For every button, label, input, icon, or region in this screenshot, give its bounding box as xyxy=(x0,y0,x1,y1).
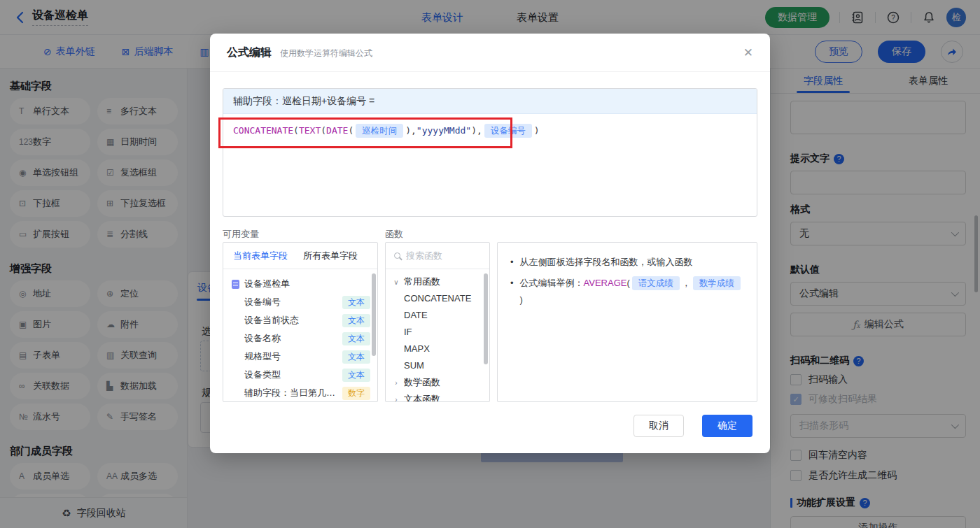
formula-token: ), xyxy=(405,125,416,136)
form-node[interactable]: 设备巡检单 xyxy=(223,275,377,293)
function-group[interactable]: ›数学函数 xyxy=(386,374,489,391)
formula-token: ， xyxy=(682,278,691,288)
tab-current-form-fields[interactable]: 当前表单字段 xyxy=(233,250,288,262)
field-type-badge: 文本 xyxy=(342,350,370,364)
function-group[interactable]: ›文本函数 xyxy=(386,391,489,402)
variable-field-row[interactable]: 设备名称文本 xyxy=(223,329,377,348)
document-icon xyxy=(232,280,239,289)
formula-token: "yyyyMMdd" xyxy=(416,125,471,136)
caret-icon: › xyxy=(393,396,400,403)
variable-field-name: 规格型号 xyxy=(244,350,338,363)
variable-field-row[interactable]: 设备编号文本 xyxy=(223,293,377,311)
variable-field-row[interactable]: 设备当前状态文本 xyxy=(223,311,377,329)
function-group-name: 常用函数 xyxy=(404,276,440,288)
variable-field-name: 设备当前状态 xyxy=(244,314,338,327)
variable-field-name: 设备类型 xyxy=(244,369,338,381)
bullet-icon: • xyxy=(510,254,514,271)
formula-token: ), xyxy=(471,125,482,136)
functions-panel: ∨常用函数CONCATENATEDATEIFMAPXSUM›数学函数›文本函数 xyxy=(385,242,490,402)
function-item[interactable]: DATE xyxy=(386,307,489,324)
hint-line: • 公式编辑举例：AVERAGE(语文成绩，数学成绩) xyxy=(510,275,744,308)
variable-field-row[interactable]: 辅助字段：当日第几次...数字 xyxy=(223,384,377,402)
field-type-badge: 文本 xyxy=(342,369,370,382)
field-type-badge: 文本 xyxy=(342,332,370,345)
confirm-button[interactable]: 确定 xyxy=(702,415,752,437)
formula-token: ( xyxy=(321,125,326,136)
form-node-label: 设备巡检单 xyxy=(244,278,290,290)
function-item[interactable]: SUM xyxy=(386,357,489,374)
formula-editor-modal: 公式编辑 使用数学运算符编辑公式 ✕ 辅助字段：巡检日期+设备编号 = CONC… xyxy=(210,34,770,453)
function-search xyxy=(386,243,489,269)
variable-field-row[interactable]: 规格型号文本 xyxy=(223,348,377,366)
variable-field-name: 设备编号 xyxy=(244,296,338,308)
variable-field-row[interactable]: 设备类型文本 xyxy=(223,366,377,384)
search-icon xyxy=(394,252,400,259)
formula-expression[interactable]: CONCATENATE(TEXT(DATE(巡检时间),"yyyyMMdd"),… xyxy=(223,114,757,148)
cancel-button[interactable]: 取消 xyxy=(634,415,684,437)
formula-token: ) xyxy=(534,125,540,136)
function-item[interactable]: IF xyxy=(386,324,489,341)
field-chip[interactable]: 数学成绩 xyxy=(693,276,741,290)
function-group[interactable]: ∨常用函数 xyxy=(386,273,489,290)
functions-tree: ∨常用函数CONCATENATEDATEIFMAPXSUM›数学函数›文本函数 xyxy=(386,269,489,402)
scrollbar-thumb[interactable] xyxy=(484,273,488,364)
formula-token: ( xyxy=(626,278,629,288)
close-icon[interactable]: ✕ xyxy=(743,45,753,60)
formula-token: CONCATENATE xyxy=(233,125,293,136)
modal-title: 公式编辑 xyxy=(227,45,272,60)
modal-subtitle: 使用数学运算符编辑公式 xyxy=(280,48,372,59)
variables-panel: 当前表单字段 所有表单字段 设备巡检单 设备编号文本设备当前状态文本设备名称文本… xyxy=(223,242,378,402)
caret-icon: ∨ xyxy=(393,278,400,286)
formula-token: ) xyxy=(520,294,523,305)
caret-icon: › xyxy=(393,379,400,387)
function-group-name: 文本函数 xyxy=(404,393,440,402)
formula-token: 公式编辑举例： xyxy=(520,278,584,288)
hints-panel: • 从左侧面板选择字段名和函数，或输入函数 • 公式编辑举例：AVERAGE(语… xyxy=(497,242,757,402)
tab-all-form-fields[interactable]: 所有表单字段 xyxy=(303,250,358,262)
variable-field-name: 设备名称 xyxy=(244,332,338,345)
function-search-input[interactable] xyxy=(406,250,476,261)
modal-header: 公式编辑 使用数学运算符编辑公式 ✕ xyxy=(210,34,770,72)
formula-target-bar: 辅助字段：巡检日期+设备编号 = xyxy=(223,89,757,114)
formula-token: ( xyxy=(348,125,354,136)
formula-token: DATE xyxy=(326,125,348,136)
field-chip[interactable]: 巡检时间 xyxy=(356,124,403,138)
hint-text: 从左侧面板选择字段名和函数，或输入函数 xyxy=(520,254,693,271)
function-item[interactable]: MAPX xyxy=(386,341,489,357)
function-group-name: 数学函数 xyxy=(404,376,440,389)
field-type-badge: 文本 xyxy=(342,314,370,327)
hint-example: 公式编辑举例：AVERAGE(语文成绩，数学成绩) xyxy=(520,275,744,308)
formula-editor-box[interactable]: 辅助字段：巡检日期+设备编号 = CONCATENATE(TEXT(DATE(巡… xyxy=(223,88,757,217)
variables-tree: 设备巡检单 设备编号文本设备当前状态文本设备名称文本规格型号文本设备类型文本辅助… xyxy=(223,269,377,402)
function-item[interactable]: CONCATENATE xyxy=(386,290,489,307)
scrollbar-thumb[interactable] xyxy=(372,273,376,356)
formula-token: TEXT xyxy=(299,125,321,136)
field-type-badge: 数字 xyxy=(342,387,370,400)
variables-tabs: 当前表单字段 所有表单字段 xyxy=(223,243,377,269)
formula-token: ( xyxy=(293,125,299,136)
variables-label: 可用变量 xyxy=(223,228,259,241)
field-type-badge: 文本 xyxy=(342,296,370,309)
functions-label: 函数 xyxy=(385,228,403,241)
bullet-icon: • xyxy=(510,275,514,308)
hint-line: • 从左侧面板选择字段名和函数，或输入函数 xyxy=(510,254,744,271)
variable-field-name: 辅助字段：当日第几次... xyxy=(244,387,338,399)
field-chip[interactable]: 语文成绩 xyxy=(632,276,680,290)
formula-token: AVERAGE xyxy=(584,278,627,288)
field-chip[interactable]: 设备编号 xyxy=(484,124,532,138)
